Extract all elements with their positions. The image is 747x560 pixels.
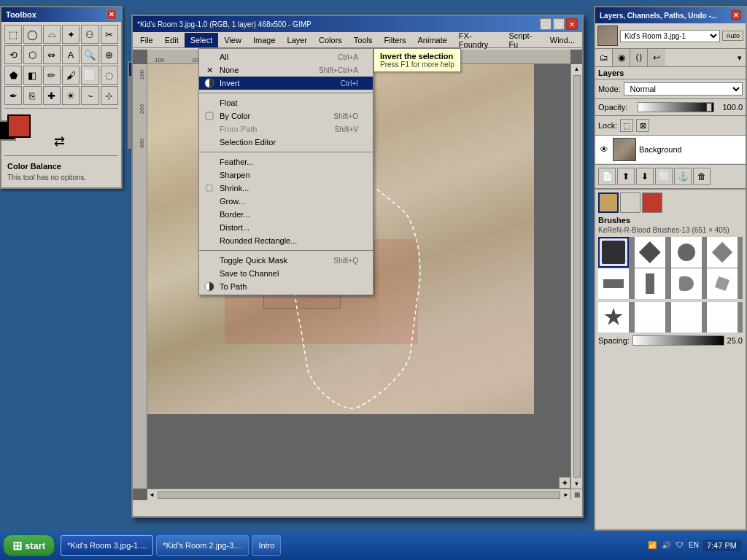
tool-heal[interactable]: ✚ — [43, 86, 61, 105]
taskbar-item-1[interactable]: *Kid's Room 2.jpg-3.... — [156, 535, 249, 556]
lock-alpha-button[interactable]: ⊠ — [636, 119, 649, 132]
brush-item-12[interactable] — [707, 302, 738, 332]
menu-item-all[interactable]: All Ctrl+A — [199, 50, 373, 63]
tool-transform[interactable]: ⟲ — [4, 45, 22, 64]
menu-item-feather[interactable]: Feather... — [199, 155, 373, 168]
tool-paintbrush[interactable]: 🖌 — [62, 66, 80, 85]
menu-edit[interactable]: Edit — [159, 33, 185, 47]
tool-flip[interactable]: ⇔ — [43, 45, 61, 64]
menu-item-invert[interactable]: Invert Ctrl+I — [199, 77, 373, 90]
scroll-up-button[interactable]: ▲ — [573, 64, 581, 74]
menu-script-fu[interactable]: Script-Fu — [503, 33, 543, 47]
menu-item-save-channel[interactable]: Save to Channel — [199, 267, 373, 280]
tool-smudge[interactable]: ~ — [81, 86, 98, 105]
tab-paths-icon[interactable]: ⟨⟩ — [630, 49, 648, 66]
opacity-slider[interactable] — [638, 102, 714, 112]
scroll-down-button[interactable]: ▼ — [573, 479, 581, 489]
tool-blend[interactable]: ◧ — [23, 66, 41, 85]
tool-crop[interactable]: ✂ — [101, 25, 118, 44]
layers-panel-title-bar[interactable]: Layers, Channels, Paths, Undo -... ✕ — [595, 7, 746, 23]
menu-item-none[interactable]: ✕ None Shift+Ctrl+A — [199, 63, 373, 77]
menu-item-sharpen[interactable]: Sharpen — [199, 168, 373, 182]
tool-ellipse-select[interactable]: ◯ — [23, 25, 41, 44]
menu-filters[interactable]: Filters — [379, 33, 412, 47]
menu-item-quick-mask[interactable]: Toggle Quick Mask Shift+Q — [199, 254, 373, 267]
brush-item-2[interactable] — [635, 237, 665, 268]
menu-file[interactable]: File — [134, 33, 159, 47]
brush-item-7[interactable] — [671, 268, 702, 299]
tab-undo-icon[interactable]: ↩ — [648, 49, 665, 66]
menu-item-shrink[interactable]: Shrink... — [199, 182, 373, 195]
brush-item-active[interactable] — [598, 237, 629, 268]
tool-zoom[interactable]: ⊕ — [101, 45, 118, 64]
tool-perspective[interactable]: ⬡ — [23, 45, 41, 64]
menu-item-to-path[interactable]: To Path — [199, 280, 373, 293]
brush-tab-3[interactable] — [642, 192, 662, 213]
menu-layer[interactable]: Layer — [282, 33, 314, 47]
toolbox-title-bar[interactable]: Toolbox ✕ — [1, 7, 121, 22]
start-button[interactable]: ⊞ start — [3, 534, 55, 556]
layer-duplicate-button[interactable]: ⬜ — [655, 168, 673, 185]
scroll-thumb-v[interactable] — [573, 75, 581, 478]
layer-raise-button[interactable]: ⬆ — [617, 168, 635, 185]
menu-item-distort[interactable]: Distort... — [199, 221, 373, 234]
menu-animate[interactable]: Animate — [411, 33, 452, 47]
scroll-thumb-h[interactable] — [158, 491, 560, 499]
layer-anchor-button[interactable]: ⚓ — [674, 168, 692, 185]
brush-item-5[interactable] — [598, 268, 629, 299]
menu-item-by-color[interactable]: By Color Shift+O — [199, 109, 373, 122]
menu-wind[interactable]: Wind... — [544, 33, 581, 47]
tool-clone[interactable]: ⎘ — [23, 86, 41, 105]
menu-view[interactable]: View — [218, 33, 247, 47]
scroll-right-button[interactable]: ► — [562, 490, 570, 499]
tab-channels-icon[interactable]: ◉ — [613, 49, 630, 66]
tool-measure[interactable]: ⊹ — [101, 86, 118, 105]
swap-colors-icon[interactable]: ⇄ — [54, 133, 65, 149]
tool-rect-select[interactable]: ⬚ — [4, 25, 22, 44]
menu-item-grow[interactable]: Grow... — [199, 195, 373, 208]
tool-ink[interactable]: ✒ — [4, 86, 22, 105]
tab-layers-icon[interactable]: 🗂 — [595, 49, 613, 66]
corner-resize[interactable]: ⊞ — [570, 489, 582, 500]
menu-item-float[interactable]: Float — [199, 96, 373, 109]
menu-tools[interactable]: Tools — [348, 33, 379, 47]
tool-eraser[interactable]: ⬜ — [81, 66, 98, 85]
menu-fx-foundry[interactable]: FX-Foundry — [453, 33, 503, 47]
spacing-slider[interactable] — [632, 335, 724, 346]
menu-item-rounded-rect[interactable]: Rounded Rectangle... — [199, 234, 373, 247]
gimp-minimize-button[interactable]: _ — [540, 18, 551, 30]
tool-color-picker[interactable]: 🔍 — [81, 45, 98, 64]
brush-tab-2[interactable] — [620, 192, 640, 213]
menu-select[interactable]: Select — [185, 33, 219, 47]
tool-pencil[interactable]: ✏ — [43, 66, 61, 85]
taskbar-item-2[interactable]: Intro — [252, 535, 281, 556]
mode-dropdown[interactable]: Normal — [624, 82, 743, 96]
tool-color-select[interactable]: ⚇ — [81, 25, 98, 44]
menu-image[interactable]: Image — [247, 33, 282, 47]
gimp-close-button[interactable]: ✕ — [566, 18, 578, 30]
brush-item-9[interactable] — [598, 302, 629, 332]
scrollbar-horizontal[interactable]: ◄ ► — [147, 489, 570, 500]
tool-airbrush[interactable]: ◌ — [101, 66, 118, 85]
opacity-slider-thumb[interactable] — [706, 103, 712, 112]
tool-paint-bucket[interactable]: ⬟ — [4, 66, 22, 85]
brush-item-3[interactable] — [671, 237, 702, 268]
menu-item-border[interactable]: Border... — [199, 208, 373, 221]
toolbox-close-button[interactable]: ✕ — [107, 9, 117, 20]
menu-colors[interactable]: Colors — [313, 33, 348, 47]
menu-item-selection-editor[interactable]: Selection Editor — [199, 136, 373, 149]
panel-options-button[interactable]: ▾ — [734, 49, 746, 66]
layer-item-background[interactable]: 👁 Background — [595, 136, 746, 164]
layer-new-button[interactable]: 📄 — [598, 168, 616, 185]
foreground-color-swatch[interactable] — [7, 114, 31, 138]
gimp-title-bar[interactable]: *Kid's Room 3.jpg-1.0 (RGB, 1 layer) 468… — [133, 16, 582, 32]
layers-panel-close-button[interactable]: ✕ — [731, 10, 741, 20]
lock-pixels-button[interactable]: ⬚ — [620, 119, 633, 132]
brush-item-8[interactable] — [707, 268, 738, 299]
brush-item-4[interactable] — [707, 237, 738, 268]
brush-item-11[interactable] — [671, 302, 702, 332]
gimp-maximize-button[interactable]: □ — [553, 18, 565, 30]
tool-dodge[interactable]: ☀ — [62, 86, 80, 105]
tool-text[interactable]: A — [62, 45, 80, 64]
taskbar-item-0[interactable]: *Kid's Room 3.jpg-1.... — [61, 535, 153, 556]
